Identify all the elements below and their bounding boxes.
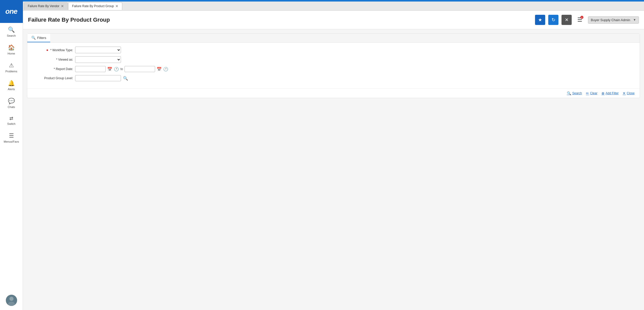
- filters-tab-bar: 🔍 Filters: [27, 34, 640, 43]
- report-date-group: 📅 🕐 to 📅 🕐: [75, 66, 168, 72]
- warning-icon: ⚠: [9, 62, 14, 69]
- page-header: Failure Rate By Product Group ★ ↻ ✕ ☰ 1 …: [23, 11, 644, 29]
- filters-tab[interactable]: 🔍 Filters: [27, 34, 50, 42]
- app-logo[interactable]: one: [0, 0, 23, 23]
- refresh-button[interactable]: ↻: [548, 15, 558, 25]
- sidebar-item-home[interactable]: 🏠 Home: [0, 41, 23, 59]
- viewed-as-row: * Viewed as:: [32, 56, 635, 63]
- add-filter-button[interactable]: ⊕ Add Filter: [601, 91, 619, 95]
- report-date-row: * Report Date: 📅 🕐 to 📅 🕐: [32, 66, 635, 72]
- workflow-type-row: ● * Workflow Type:: [32, 47, 635, 53]
- page-content: 🔍 Filters ● * Workflow Type:: [23, 29, 644, 310]
- sidebar-item-problems-label: Problems: [5, 70, 17, 73]
- report-date-from-input[interactable]: [75, 66, 106, 72]
- menu-lines-icon: ☰: [9, 132, 14, 139]
- clear-button-label: Clear: [590, 91, 597, 95]
- tabs-bar: Failure Rate By Vendor ✕ Failure Rate By…: [23, 2, 644, 11]
- close-filters-icon: ✕: [623, 91, 626, 95]
- main-content: Failure Rate By Vendor ✕ Failure Rate By…: [23, 0, 644, 310]
- filters-body: ● * Workflow Type: * Viewed as:: [27, 43, 640, 88]
- sidebar-item-search-label: Search: [7, 34, 16, 37]
- filters-tab-label: Filters: [37, 36, 46, 40]
- chat-icon: 💬: [8, 98, 15, 104]
- add-filter-label: Add Filter: [606, 91, 619, 95]
- calendar-from-icon[interactable]: 📅: [107, 67, 112, 72]
- sidebar-item-alerts[interactable]: 🔔 Alerts: [0, 76, 23, 94]
- tab-vendor[interactable]: Failure Rate By Vendor ✕: [24, 2, 68, 10]
- sidebar-item-chats-label: Chats: [8, 105, 15, 109]
- sidebar-item-menus[interactable]: ☰ Menus/Favs: [0, 129, 23, 147]
- switch-icon: ⇄: [9, 116, 13, 121]
- tab-vendor-close-icon[interactable]: ✕: [61, 4, 64, 8]
- user-avatar[interactable]: [6, 295, 17, 306]
- sidebar-item-switch-label: Switch: [7, 122, 15, 125]
- workflow-type-label: ● * Workflow Type:: [32, 48, 73, 52]
- workflow-type-select[interactable]: [75, 47, 121, 53]
- viewed-as-label: * Viewed as:: [32, 58, 73, 61]
- dropdown-arrow-icon: ▼: [633, 18, 636, 22]
- sidebar-item-problems[interactable]: ⚠ Problems: [0, 59, 23, 76]
- notification-count: 1: [581, 16, 582, 19]
- product-group-level-label: Product Group Level:: [32, 76, 73, 80]
- report-date-label: * Report Date:: [32, 67, 73, 71]
- close-page-button[interactable]: ✕: [561, 15, 572, 25]
- report-date-to-input[interactable]: [125, 66, 155, 72]
- sidebar: one 🔍 Search 🏠 Home ⚠ Problems 🔔 Alerts …: [0, 0, 23, 310]
- home-icon: 🏠: [8, 44, 15, 51]
- sidebar-item-menus-label: Menus/Favs: [4, 140, 19, 143]
- clear-icon: ✏: [586, 91, 589, 95]
- refresh-icon: ↻: [552, 17, 555, 23]
- favorite-button[interactable]: ★: [535, 15, 545, 25]
- product-group-search-icon[interactable]: 🔍: [123, 76, 128, 81]
- sidebar-item-chats[interactable]: 💬 Chats: [0, 94, 23, 112]
- tab-product-group-label: Failure Rate By Product Group: [72, 4, 114, 8]
- product-group-level-input[interactable]: [75, 75, 121, 81]
- search-icon: 🔍: [8, 26, 15, 33]
- logo-text: one: [5, 7, 17, 16]
- sidebar-item-alerts-label: Alerts: [8, 88, 15, 91]
- filters-footer: 🔍 Search ✏ Clear ⊕ Add Filter ✕ Close: [27, 88, 640, 98]
- sidebar-item-switch[interactable]: ⇄ Switch: [0, 112, 23, 129]
- svg-point-1: [9, 297, 13, 301]
- close-filters-button[interactable]: ✕ Close: [623, 91, 635, 95]
- search-button[interactable]: 🔍 Search: [567, 91, 582, 95]
- sidebar-item-home-label: Home: [8, 52, 15, 55]
- viewed-as-select[interactable]: [75, 56, 121, 63]
- product-group-level-row: Product Group Level: 🔍: [32, 75, 635, 81]
- search-button-label: Search: [572, 91, 582, 95]
- filter-tab-icon: 🔍: [31, 36, 36, 40]
- page-title: Failure Rate By Product Group: [28, 17, 532, 23]
- to-label: to: [120, 67, 123, 71]
- header-menu-button[interactable]: ☰ 1: [575, 15, 585, 25]
- user-dropdown[interactable]: Buyer Supply Chain Admin ▼: [588, 16, 639, 24]
- tab-product-group-close-icon[interactable]: ✕: [115, 4, 118, 8]
- clear-button[interactable]: ✏ Clear: [586, 91, 597, 95]
- calendar-to-icon[interactable]: 📅: [157, 67, 162, 72]
- tab-vendor-label: Failure Rate By Vendor: [28, 4, 59, 8]
- clock-from-icon[interactable]: 🕐: [114, 67, 119, 72]
- filters-panel: 🔍 Filters ● * Workflow Type:: [27, 33, 640, 98]
- tab-product-group[interactable]: Failure Rate By Product Group ✕: [68, 2, 122, 10]
- bell-icon: 🔔: [8, 80, 15, 87]
- add-icon: ⊕: [601, 91, 605, 95]
- star-icon: ★: [538, 17, 542, 23]
- search-footer-icon: 🔍: [567, 91, 571, 95]
- clock-to-icon[interactable]: 🕐: [163, 67, 168, 72]
- notification-badge: 1: [580, 16, 583, 19]
- close-filters-label: Close: [627, 91, 635, 95]
- user-name: Buyer Supply Chain Admin: [591, 18, 632, 22]
- close-icon: ✕: [565, 17, 569, 23]
- error-icon: ●: [46, 48, 48, 52]
- sidebar-item-search[interactable]: 🔍 Search: [0, 23, 23, 41]
